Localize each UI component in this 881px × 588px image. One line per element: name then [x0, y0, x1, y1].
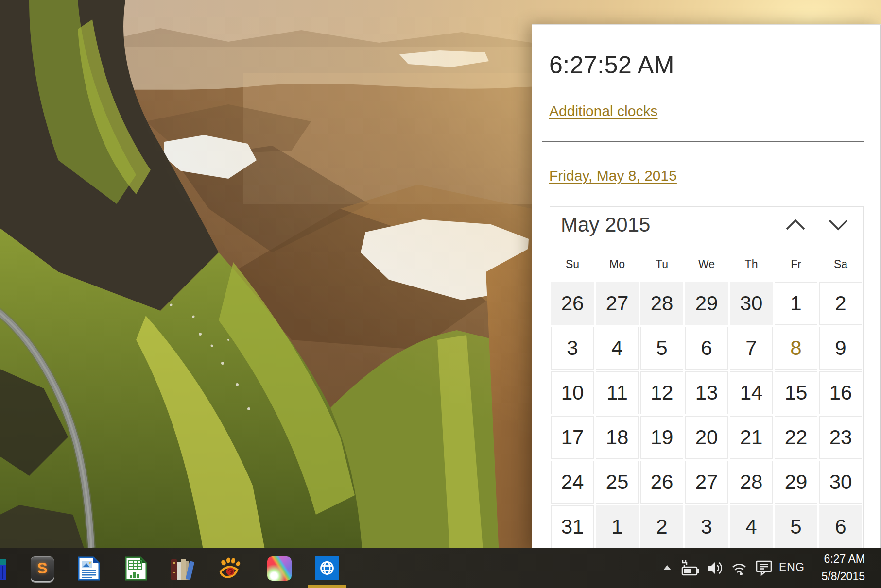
wifi-icon[interactable] — [730, 560, 748, 576]
calendar-day-cell[interactable]: 21 — [730, 416, 773, 459]
calendar-day-cell[interactable]: 30 — [730, 282, 773, 325]
day-header: Th — [730, 255, 773, 273]
tray-date: 5/8/2015 — [797, 570, 865, 583]
calendar-day-cell[interactable]: 6 — [685, 327, 728, 370]
calendar-day-cell[interactable]: 26 — [640, 461, 683, 504]
desktop-screen: { "colors": { "accent_gold": "#9c7a1d", … — [0, 0, 881, 588]
calendar-day-cell[interactable]: 31 — [551, 505, 594, 548]
calendar-day-cell[interactable]: 1 — [596, 505, 639, 548]
calendar-day-cell[interactable]: 27 — [685, 461, 728, 504]
show-hidden-icons-button[interactable] — [663, 565, 671, 570]
photos-app-icon[interactable] — [267, 556, 292, 581]
calendar-day-cell[interactable]: 5 — [775, 505, 817, 548]
volume-icon[interactable] — [707, 560, 723, 576]
calendar-day-cell[interactable]: 26 — [551, 282, 594, 325]
calendar-day-cell[interactable]: 12 — [640, 371, 683, 414]
day-header: Su — [551, 255, 594, 273]
calendar-day-cell[interactable]: 22 — [775, 416, 817, 459]
calendar-day-cell[interactable]: 16 — [819, 371, 862, 414]
calendar-day-cell[interactable]: 1 — [775, 282, 817, 325]
libreoffice-calc-icon[interactable] — [125, 556, 147, 581]
current-date-link[interactable]: Friday, May 8, 2015 — [549, 168, 677, 184]
globe-icon — [318, 559, 336, 577]
clock-flyout-panel: 6:27:52 AM Additional clocks Friday, May… — [532, 24, 881, 549]
calendar-day-cell[interactable]: 4 — [730, 505, 773, 548]
calendar-day-cell[interactable]: 27 — [596, 282, 639, 325]
calendar-day-cell[interactable]: 9 — [819, 327, 862, 370]
calendar-day-cell[interactable]: 10 — [551, 371, 594, 414]
calendar-day-cell[interactable]: 5 — [640, 327, 683, 370]
calendar-day-cell[interactable]: 3 — [551, 327, 594, 370]
calendar-day-cell[interactable]: 30 — [819, 461, 862, 504]
calendar-day-cell[interactable]: 19 — [640, 416, 683, 459]
clipped-app-icon[interactable] — [0, 559, 6, 580]
calendar-day-cell[interactable]: 17 — [551, 416, 594, 459]
calendar-day-cell[interactable]: 7 — [730, 327, 773, 370]
day-header: Fr — [775, 255, 817, 273]
divider — [542, 141, 864, 142]
xnview-icon[interactable] — [219, 557, 242, 580]
calendar-day-cell[interactable]: 14 — [730, 371, 773, 414]
taskbar: S — [0, 548, 881, 588]
calendar-day-cell[interactable]: 29 — [685, 282, 728, 325]
calendar-day-cell[interactable]: 23 — [819, 416, 862, 459]
calendar-title[interactable]: May 2015 — [561, 214, 650, 236]
calendar-grid: 2627282930123456789101112131415161718192… — [551, 282, 862, 548]
battery-charging-icon[interactable] — [680, 559, 701, 578]
additional-clocks-link[interactable]: Additional clocks — [549, 103, 657, 119]
chevron-down-icon — [829, 220, 847, 229]
day-header: Tu — [640, 255, 683, 273]
calendar-day-cell[interactable]: 2 — [819, 282, 862, 325]
active-app-indicator — [308, 585, 346, 588]
calendar-day-cell[interactable]: 3 — [685, 505, 728, 548]
day-header: Mo — [596, 255, 639, 273]
calendar-prev-button[interactable] — [784, 218, 807, 232]
calendar-day-cell[interactable]: 24 — [551, 461, 594, 504]
calendar-day-cell[interactable]: 20 — [685, 416, 728, 459]
calendar-day-cell[interactable]: 28 — [730, 461, 773, 504]
sublime-letter: S — [37, 559, 47, 577]
calendar-day-cell[interactable]: 15 — [775, 371, 817, 414]
calendar-day-cell[interactable]: 29 — [775, 461, 817, 504]
day-header: Sa — [819, 255, 862, 273]
calendar-day-headers: SuMoTuWeThFrSa — [551, 255, 862, 273]
day-header: We — [685, 255, 728, 273]
tray-time: 6:27 AM — [797, 553, 865, 565]
calendar: May 2015 SuMoTuWeThFrSa 2627282930123456… — [550, 206, 864, 549]
current-time: 6:27:52 AM — [549, 53, 674, 77]
calendar-day-cell[interactable]: 4 — [596, 327, 639, 370]
libreoffice-writer-icon[interactable] — [78, 556, 100, 581]
calibre-icon[interactable] — [171, 557, 194, 580]
calendar-day-cell[interactable]: 18 — [596, 416, 639, 459]
calendar-day-cell[interactable]: 6 — [819, 505, 862, 548]
sublime-text-icon[interactable]: S — [31, 556, 54, 581]
calendar-next-button[interactable] — [827, 218, 849, 232]
chevron-up-icon — [787, 220, 804, 229]
calendar-day-cell[interactable]: 28 — [640, 282, 683, 325]
calendar-day-cell[interactable]: 11 — [596, 371, 639, 414]
edge-browser-icon[interactable] — [315, 556, 339, 580]
calendar-day-cell[interactable]: 25 — [596, 461, 639, 504]
calendar-day-cell[interactable]: 13 — [685, 371, 728, 414]
calendar-day-cell[interactable]: 2 — [640, 505, 683, 548]
action-center-icon[interactable] — [755, 559, 773, 577]
calendar-day-cell[interactable]: 8 — [775, 327, 817, 370]
taskbar-clock[interactable]: 6:27 AM 5/8/2015 — [797, 553, 865, 583]
